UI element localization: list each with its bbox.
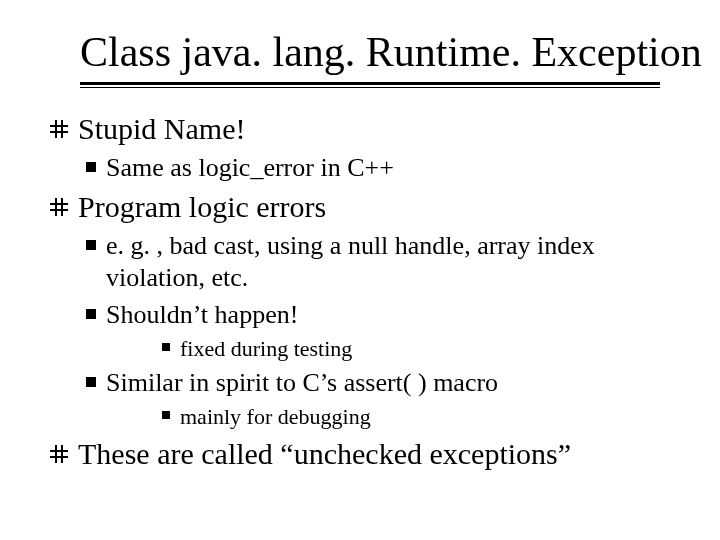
list-item: Stupid Name! (50, 110, 680, 148)
slide-content: Stupid Name! Same as logic_error in C++ … (50, 110, 680, 472)
square-bullet-icon (86, 162, 96, 172)
list-item: Shouldn’t happen! (86, 299, 680, 332)
hash-bullet-icon (50, 120, 68, 138)
square-bullet-icon (162, 411, 170, 419)
item-text: These are called “unchecked exceptions” (78, 435, 571, 473)
item-text: fixed during testing (180, 335, 352, 363)
hash-bullet-icon (50, 198, 68, 216)
item-text: mainly for debugging (180, 403, 371, 431)
list-item: e. g. , bad cast, using a null handle, a… (86, 230, 680, 295)
item-text: Shouldn’t happen! (106, 299, 298, 332)
item-text: e. g. , bad cast, using a null handle, a… (106, 230, 680, 295)
square-bullet-icon (86, 377, 96, 387)
item-text: Program logic errors (78, 188, 326, 226)
square-bullet-icon (162, 343, 170, 351)
title-underline (80, 82, 660, 92)
list-item: fixed during testing (162, 335, 680, 363)
item-text: Stupid Name! (78, 110, 245, 148)
list-item: Same as logic_error in C++ (86, 152, 680, 185)
item-text: Similar in spirit to C’s assert( ) macro (106, 367, 498, 400)
list-item: mainly for debugging (162, 403, 680, 431)
list-item: Similar in spirit to C’s assert( ) macro (86, 367, 680, 400)
hash-bullet-icon (50, 445, 68, 463)
square-bullet-icon (86, 240, 96, 250)
slide-title: Class java. lang. Runtime. Exception (80, 28, 680, 76)
item-text: Same as logic_error in C++ (106, 152, 394, 185)
slide: Class java. lang. Runtime. Exception Stu… (0, 0, 720, 540)
list-item: These are called “unchecked exceptions” (50, 435, 680, 473)
square-bullet-icon (86, 309, 96, 319)
list-item: Program logic errors (50, 188, 680, 226)
